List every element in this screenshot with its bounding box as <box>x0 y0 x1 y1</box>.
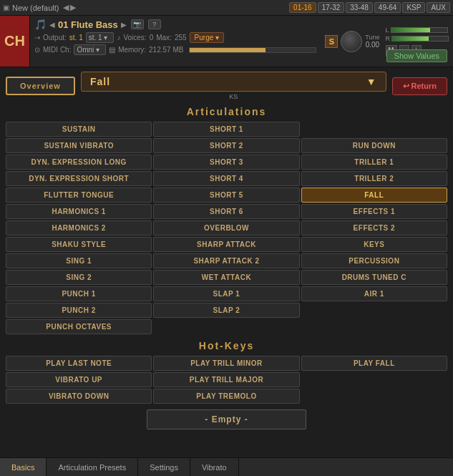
level-bar-r <box>391 36 449 42</box>
tune-label: Tune <box>365 34 379 41</box>
output-dropdown[interactable]: st. 1 ▾ <box>86 32 115 43</box>
multi-rack-icon: ▣ <box>3 4 9 11</box>
art-short3[interactable]: Short 3 <box>153 155 299 170</box>
s-button[interactable]: S <box>325 35 338 48</box>
overview-button[interactable]: Overview <box>6 77 75 95</box>
hk-vibrato-up[interactable]: Vibrato Up <box>6 372 152 387</box>
empty-btn-container: - Empty - <box>6 409 447 429</box>
art-sustain[interactable]: Sustain <box>6 122 152 137</box>
hk-play-trill-major[interactable]: Play Trill Major <box>153 372 299 387</box>
art-harmonics2[interactable]: Harmonics 2 <box>6 220 152 235</box>
tab-basics[interactable]: Basics <box>0 458 47 476</box>
art-effects1[interactable]: Effects 1 <box>301 204 447 219</box>
hk-play-fall[interactable]: Play Fall <box>301 356 447 371</box>
hk-play-last-note[interactable]: Play Last Note <box>6 356 152 371</box>
memory-icon: ▤ <box>109 46 115 54</box>
instrument-icon: 🎵 <box>34 19 47 30</box>
art-short5[interactable]: Short 5 <box>153 188 299 203</box>
art-percussion[interactable]: Percussion <box>301 253 447 268</box>
art-sing1[interactable]: Sing 1 <box>6 253 152 268</box>
tab-bar: Basics Articulation Presets Settings Vib… <box>0 457 453 476</box>
voices-label: Voices: <box>123 34 146 42</box>
hk-vibrato-down[interactable]: Vibrato Down <box>6 389 152 404</box>
art-keys[interactable]: Keys <box>301 237 447 252</box>
hotkeys-grid: Play Last Note Play Trill Minor Play Fal… <box>6 356 447 404</box>
art-triller2[interactable]: Triller 2 <box>301 171 447 186</box>
nav-row: Overview Fall ▼ KS ↩ Return <box>6 72 447 100</box>
voices-icon: ♪ <box>117 34 120 42</box>
camera-icon[interactable]: 📷 <box>131 19 144 29</box>
max-label: Max: <box>156 34 172 42</box>
art-sustain-vibrato[interactable]: Sustain Vibrato <box>6 138 152 153</box>
return-button[interactable]: ↩ Return <box>392 77 448 95</box>
art-punch1[interactable]: Punch 1 <box>6 286 152 301</box>
hotkeys-header: Hot-Keys <box>6 340 447 351</box>
instrument-name: 01 Flute Bass <box>58 19 118 30</box>
ks-label: KS <box>81 93 386 100</box>
art-dyn-exp-long[interactable]: Dyn. Expression Long <box>6 155 152 170</box>
segment-33-48[interactable]: 33-48 <box>346 2 373 13</box>
hk-play-tremolo[interactable]: Play Tremolo <box>153 389 299 404</box>
tune-value: 0.00 <box>366 41 379 49</box>
art-sharp-attack2[interactable]: Sharp Attack 2 <box>153 253 299 268</box>
next-instrument[interactable]: ▶ <box>121 21 127 29</box>
art-slap2[interactable]: Slap 2 <box>153 303 299 318</box>
art-wet-attack[interactable]: Wet Attack <box>153 270 299 285</box>
tab-vibrato[interactable]: Vibrato <box>190 458 239 476</box>
r-label: R <box>386 35 391 42</box>
art-punch2[interactable]: Punch 2 <box>6 303 152 318</box>
art-overblow[interactable]: Overblow <box>153 220 299 235</box>
main-content: Overview Fall ▼ KS ↩ Return Articulation… <box>0 67 453 457</box>
prev-instrument[interactable]: ◀ <box>49 21 55 29</box>
l-label: L <box>386 26 389 34</box>
max-value: 255 <box>175 34 187 42</box>
output-value: st. 1 <box>69 34 83 42</box>
instrument-bar: CH 🎵 ◀ 01 Flute Bass ▶ 📷 ? ⇢ Output: st.… <box>0 16 453 67</box>
art-slap1[interactable]: Slap 1 <box>153 286 299 301</box>
art-short4[interactable]: Short 4 <box>153 171 299 186</box>
art-effects2[interactable]: Effects 2 <box>301 220 447 235</box>
level-bar-l <box>391 27 448 33</box>
fall-label: Fall <box>90 76 110 87</box>
art-short1[interactable]: Short 1 <box>153 122 299 137</box>
top-bar: ▣ New (default) ◀ ▶ 01-16 17-32 33-48 49… <box>0 0 453 16</box>
volume-knob[interactable] <box>341 31 362 52</box>
show-values-button[interactable]: Show Values <box>386 49 447 62</box>
segment-aux[interactable]: AUX <box>427 2 450 13</box>
segment-49-64[interactable]: 49-64 <box>374 2 401 13</box>
art-drums-tuned-c[interactable]: Drums Tuned C <box>301 270 447 285</box>
midi-label: MIDI Ch: <box>43 46 71 54</box>
art-punch-octaves[interactable]: Punch Octaves <box>6 319 152 334</box>
segment-ksp[interactable]: KSP <box>402 2 425 13</box>
prev-arrow[interactable]: ◀ <box>63 3 69 12</box>
voices-value: 0 <box>150 34 154 42</box>
empty-button[interactable]: - Empty - <box>147 409 306 429</box>
dropdown-arrow-icon: ▼ <box>366 76 377 87</box>
fall-dropdown[interactable]: Fall ▼ <box>81 72 386 92</box>
art-air1[interactable]: Air 1 <box>301 286 447 301</box>
art-run-down[interactable]: Run Down <box>301 138 447 153</box>
art-flutter-tongue[interactable]: Flutter Tongue <box>6 188 152 203</box>
hk-play-trill-minor[interactable]: Play Trill Minor <box>153 356 299 371</box>
art-shaku-style[interactable]: Shaku Style <box>6 237 152 252</box>
segment-01-16[interactable]: 01-16 <box>289 2 316 13</box>
info-icon[interactable]: ? <box>148 19 161 29</box>
art-triller1[interactable]: Triller 1 <box>301 155 447 170</box>
art-dyn-exp-short[interactable]: Dyn. Expression Short <box>6 171 152 186</box>
memory-value: 212.57 MB <box>149 46 183 54</box>
top-bar-title: New (default) <box>12 4 59 12</box>
midi-dropdown[interactable]: Omni ▾ <box>74 44 106 55</box>
art-sing2[interactable]: Sing 2 <box>6 270 152 285</box>
art-fall[interactable]: Fall <box>301 188 447 203</box>
art-sharp-attack[interactable]: Sharp Attack <box>153 237 299 252</box>
tab-articulation-presets[interactable]: Articulation Presets <box>47 458 138 476</box>
art-harmonics1[interactable]: Harmonics 1 <box>6 204 152 219</box>
articulations-header: Articulations <box>6 106 447 117</box>
segment-17-32[interactable]: 17-32 <box>318 2 345 13</box>
ch-badge: CH <box>0 16 30 67</box>
art-short2[interactable]: Short 2 <box>153 138 299 153</box>
purge-button[interactable]: Purge ▾ <box>190 32 224 43</box>
next-arrow[interactable]: ▶ <box>70 3 76 12</box>
tab-settings[interactable]: Settings <box>138 458 190 476</box>
art-short6[interactable]: Short 6 <box>153 204 299 219</box>
